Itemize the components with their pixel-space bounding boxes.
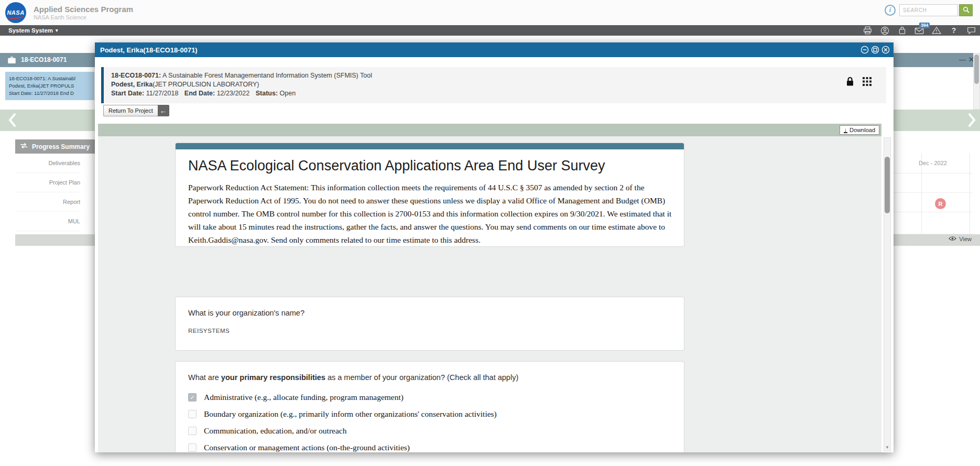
checkbox-label: Conservation or management actions (on-t…	[204, 443, 410, 452]
start-date-value: 11/27/2018	[146, 90, 179, 97]
progress-row[interactable]: MUL	[15, 212, 80, 231]
search-button[interactable]	[959, 4, 973, 16]
return-to-project-button[interactable]: Return To Project ←	[103, 105, 169, 116]
timeline-gridline	[893, 192, 973, 193]
checkbox[interactable]	[188, 443, 197, 452]
warning-icon[interactable]	[932, 26, 941, 35]
checkbox-option[interactable]: Conservation or management actions (on-t…	[188, 439, 671, 452]
question-2-bold: your primary responsibilities	[221, 373, 325, 382]
scroll-left-icon[interactable]	[7, 113, 18, 129]
modal-scrollbar-thumb[interactable]	[885, 157, 890, 213]
progress-row[interactable]: Deliverables	[15, 154, 80, 173]
progress-row[interactable]: Report	[15, 192, 80, 212]
restore-icon[interactable]	[871, 46, 879, 56]
project-detail-modal: Podest, Erika(18-ECO18-0071) 18-ECO18-00…	[95, 42, 894, 452]
modal-window-controls	[861, 46, 890, 56]
question-2-text: What are your primary responsibilities a…	[188, 373, 671, 382]
progress-row[interactable]: Project Plan	[15, 173, 80, 192]
checkbox-label: Boundary organization (e.g., primarily i…	[204, 409, 497, 419]
view-label: View	[959, 236, 972, 242]
progress-rows: Deliverables Project Plan Report MUL	[15, 154, 80, 231]
scroll-right-icon[interactable]	[966, 113, 977, 129]
timeline-grid: Dec - 2022	[893, 154, 973, 234]
workspace-scrollbar-thumb[interactable]	[974, 55, 979, 84]
briefcase-icon	[7, 56, 16, 66]
status-label: Status:	[256, 90, 278, 97]
checkbox-label: Administrative (e.g., allocate funding, …	[204, 393, 404, 402]
question-1-text: What is your organization's name?	[188, 309, 671, 317]
project-item-line2: Podest, Erika(JET PROPULS	[9, 82, 91, 90]
pi-name: Podest, Erika	[111, 81, 153, 88]
grid-icon[interactable]	[863, 77, 872, 89]
survey-title: NASA Ecological Conservation Application…	[188, 158, 671, 174]
left-arrow-icon: ←	[158, 105, 169, 116]
survey-intro-card: NASA Ecological Conservation Application…	[175, 143, 684, 247]
modal-title-bar[interactable]: Podest, Erika(18-ECO18-0071)	[95, 42, 894, 57]
view-button[interactable]: View	[949, 236, 972, 242]
chevron-down-icon: ▾	[56, 28, 58, 33]
survey-intro-paragraph: Paperwork Reduction Act Statement: This …	[188, 181, 672, 247]
download-label: Download	[850, 127, 875, 133]
mail-icon[interactable]: 394	[914, 26, 924, 35]
download-button[interactable]: ↓ Download	[840, 125, 879, 135]
screen: NASA Applied Sciences Program NASA Earth…	[0, 0, 980, 466]
system-menu-label: System System	[8, 27, 53, 34]
survey-question-1-card: What is your organization's name? REISYS…	[175, 297, 684, 351]
close-icon[interactable]	[881, 46, 890, 56]
question-2-prefix: What are	[188, 373, 221, 382]
end-date-label: End Date:	[184, 90, 215, 97]
mail-badge: 394	[919, 23, 930, 28]
survey-document-area: NASA Ecological Conservation Application…	[98, 136, 881, 452]
search-input[interactable]	[899, 4, 958, 16]
progress-row-label: Report	[63, 199, 80, 205]
status-value: Open	[280, 90, 296, 97]
nasa-logo[interactable]: NASA	[5, 2, 26, 23]
progress-row-label: Project Plan	[49, 179, 80, 186]
progress-icon	[20, 143, 28, 150]
project-summary-header: 18-ECO18-0071: A Sustainable Forest Mana…	[101, 67, 886, 103]
document-toolbar: ↓ Download	[98, 124, 881, 136]
lock-icon[interactable]	[846, 77, 854, 89]
tab-minimize-icon[interactable]: —	[959, 56, 966, 63]
checkbox-option[interactable]: Communication, education, and/or outreac…	[188, 422, 671, 439]
project-id-title: A Sustainable Forest Managementand Infor…	[162, 72, 372, 79]
printer-icon[interactable]	[863, 26, 872, 35]
info-icon[interactable]: i	[885, 5, 896, 16]
scroll-down-icon[interactable]: ▼	[884, 443, 890, 451]
start-date-label: Start Date:	[111, 90, 144, 97]
timeline-gridline	[893, 173, 973, 174]
download-icon: ↓	[844, 127, 848, 133]
minimize-icon[interactable]	[861, 46, 869, 56]
magnifier-icon	[963, 6, 970, 15]
checkbox-option[interactable]: ✓ Administrative (e.g., allocate funding…	[188, 389, 671, 406]
eye-icon	[949, 236, 956, 242]
question-1-answer: REISYSTEMS	[188, 328, 671, 334]
timeline-column-header: Dec - 2022	[893, 160, 973, 166]
report-status-badge[interactable]: R	[935, 198, 946, 209]
timeline-gridline	[893, 212, 973, 212]
system-bar-icons: 394 ?	[863, 25, 976, 36]
user-icon[interactable]	[880, 26, 889, 35]
checkbox-label: Communication, education, and/or outreac…	[204, 426, 346, 436]
help-icon[interactable]: ?	[949, 26, 959, 35]
survey-question-2-card: What are your primary responsibilities a…	[175, 361, 684, 452]
chat-icon[interactable]	[966, 26, 976, 35]
project-item-line3: Start Date: 11/27/2018 End D	[9, 90, 91, 97]
question-2-options: ✓ Administrative (e.g., allocate funding…	[188, 389, 671, 452]
checkbox[interactable]	[188, 410, 197, 418]
progress-row-label: MUL	[68, 218, 80, 224]
pi-org: (JET PROPULSION LABORATORY)	[153, 81, 259, 88]
project-tab-title: 18-ECO18-0071	[21, 56, 67, 63]
system-menu[interactable]: System System ▾	[8, 27, 58, 34]
app-header: NASA Applied Sciences Program NASA Earth…	[0, 0, 980, 25]
project-list-item[interactable]: 18-ECO18-0071: A Sustainabl Podest, Erik…	[5, 72, 94, 100]
modal-title: Podest, Erika(18-ECO18-0071)	[100, 46, 198, 54]
checkbox[interactable]: ✓	[188, 393, 197, 402]
bag-icon[interactable]	[897, 26, 907, 35]
checkbox-option[interactable]: Boundary organization (e.g., primarily i…	[188, 406, 671, 422]
system-bar: System System ▾ 394 ?	[0, 25, 980, 36]
app-subtitle: NASA Earth Science	[34, 14, 86, 20]
checkbox[interactable]	[188, 427, 197, 435]
modal-scrollbar[interactable]: ▼	[884, 137, 891, 451]
workspace-scrollbar[interactable]	[973, 53, 980, 110]
